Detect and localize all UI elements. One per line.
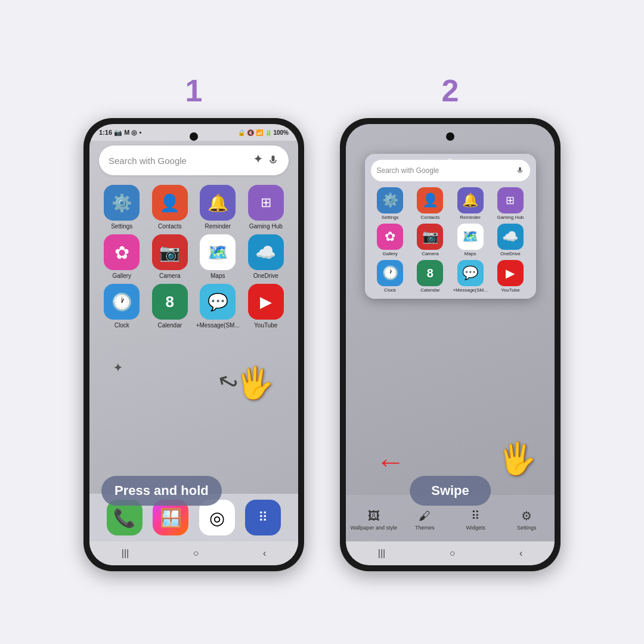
p2-app-onedrive[interactable]: ☁️ OneDrive bbox=[491, 224, 530, 256]
press-hold-label: Press and hold bbox=[101, 476, 222, 506]
phone-2-mic-icon bbox=[516, 166, 524, 175]
p2-app-gallery[interactable]: ✿ Gallery bbox=[371, 224, 410, 256]
p2-contacts-label: Contacts bbox=[421, 215, 440, 220]
p2-app-message[interactable]: 💬 +Message(SM... bbox=[451, 260, 490, 293]
menu-wallpaper[interactable]: 🖼 Wallpaper and style bbox=[348, 509, 400, 531]
hand-cursor-1: 🖐️ bbox=[236, 365, 274, 401]
phone-2-inner-card: Search with Google ⚙️ Settings 👤 Contact… bbox=[365, 154, 536, 299]
p2-app-camera[interactable]: 📷 Camera bbox=[411, 224, 450, 256]
p2-nav-back[interactable]: ‹ bbox=[519, 548, 522, 559]
youtube-icon: ▶ bbox=[248, 284, 284, 320]
swipe-arrow: ← bbox=[376, 444, 405, 479]
clock-label: Clock bbox=[114, 322, 129, 329]
app-onedrive[interactable]: ☁️ OneDrive bbox=[243, 234, 289, 279]
app-settings[interactable]: ⚙️ Settings bbox=[99, 185, 145, 230]
phone-2-app-grid: ⚙️ Settings 👤 Contacts 🔔 Reminder ⊞ Gami… bbox=[371, 187, 530, 293]
phone-1: 1:16 📷 M ◎ • 🔒 🔇 📶 🔋 100% ✦ ✦ Search wit… bbox=[83, 118, 304, 571]
nav-recents[interactable]: ||| bbox=[122, 548, 129, 559]
calendar-label: Calendar bbox=[157, 322, 182, 329]
step-1-container: 1 1:16 📷 M ◎ • 🔒 🔇 📶 🔋 100% ✦ ✦ Search w… bbox=[83, 73, 304, 571]
wallpaper-icon: 🖼 bbox=[368, 509, 380, 523]
p2-gaming-label: Gaming Hub bbox=[497, 215, 524, 220]
phone-1-app-grid: ⚙️ Settings 👤 Contacts 🔔 Reminder ⊞ Gami… bbox=[99, 185, 289, 329]
p2-youtube-icon: ▶ bbox=[497, 260, 524, 286]
p2-youtube-label: YouTube bbox=[501, 287, 519, 293]
menu-widgets[interactable]: ⠿ Widgets bbox=[450, 509, 501, 531]
trash-icon[interactable]: 🗑 bbox=[444, 157, 456, 171]
p2-nav-recents[interactable]: ||| bbox=[378, 548, 385, 559]
phone-1-nav-bar: ||| ○ ‹ bbox=[89, 541, 298, 565]
camera-label: Camera bbox=[159, 273, 181, 279]
message-label: +Message(SM... bbox=[196, 322, 240, 329]
app-message[interactable]: 💬 +Message(SM... bbox=[195, 284, 241, 329]
app-clock[interactable]: 🕐 Clock bbox=[99, 284, 145, 329]
nav-home[interactable]: ○ bbox=[193, 548, 199, 559]
app-maps[interactable]: 🗺️ Maps bbox=[195, 234, 241, 279]
status-time: 1:16 📷 M ◎ • bbox=[99, 129, 141, 137]
menu-settings-icon: ⚙ bbox=[521, 509, 532, 523]
settings-label: Settings bbox=[111, 223, 132, 230]
settings-icon: ⚙️ bbox=[104, 185, 140, 221]
p2-contacts-icon: 👤 bbox=[417, 187, 443, 213]
phone-2-nav-bar: ||| ○ ‹ bbox=[346, 541, 555, 565]
step-1-number: 1 bbox=[185, 73, 203, 109]
menu-settings[interactable]: ⚙ Settings bbox=[501, 509, 553, 531]
p2-reminder-label: Reminder bbox=[460, 215, 481, 220]
app-gallery[interactable]: ✿ Gallery bbox=[99, 234, 145, 279]
hand-cursor-2: 🖐️ bbox=[498, 441, 537, 477]
camera-icon: 📷 bbox=[152, 234, 188, 270]
message-icon: 💬 bbox=[200, 284, 236, 320]
p2-message-icon: 💬 bbox=[457, 260, 484, 286]
swipe-label: Swipe bbox=[410, 476, 491, 506]
themes-label: Themes bbox=[415, 525, 435, 531]
p2-camera-label: Camera bbox=[422, 251, 438, 256]
contacts-icon: 👤 bbox=[152, 185, 188, 221]
gaming-hub-label: Gaming Hub bbox=[249, 223, 283, 230]
contacts-label: Contacts bbox=[158, 223, 181, 230]
menu-settings-label: Settings bbox=[517, 525, 537, 531]
p2-app-reminder[interactable]: 🔔 Reminder bbox=[451, 187, 490, 220]
search-bar-text: Search with Google bbox=[109, 156, 267, 166]
p2-reminder-icon: 🔔 bbox=[457, 187, 484, 213]
menu-themes[interactable]: 🖌 Themes bbox=[400, 509, 451, 531]
p2-camera-icon: 📷 bbox=[417, 224, 443, 250]
phone-1-camera bbox=[190, 132, 198, 141]
phone-2-camera bbox=[446, 132, 454, 141]
p2-calendar-icon: 8 bbox=[417, 260, 443, 286]
widgets-icon: ⠿ bbox=[471, 509, 480, 523]
p2-app-maps[interactable]: 🗺️ Maps bbox=[451, 224, 490, 256]
themes-icon: 🖌 bbox=[419, 509, 431, 523]
p2-maps-icon: 🗺️ bbox=[457, 224, 484, 250]
youtube-label: YouTube bbox=[254, 322, 277, 329]
onedrive-icon: ☁️ bbox=[248, 234, 284, 270]
onedrive-label: OneDrive bbox=[253, 273, 278, 279]
app-contacts[interactable]: 👤 Contacts bbox=[147, 185, 193, 230]
mic-icon bbox=[267, 154, 279, 166]
app-youtube[interactable]: ▶ YouTube bbox=[243, 284, 289, 329]
p2-message-label: +Message(SM... bbox=[453, 287, 487, 293]
phone-2: ⌂ 🗑 Search with Google ⚙️ Settings bbox=[340, 118, 561, 571]
p2-settings-label: Settings bbox=[382, 215, 399, 220]
reminder-icon: 🔔 bbox=[200, 185, 236, 221]
wallpaper-label: Wallpaper and style bbox=[350, 525, 397, 531]
p2-app-settings[interactable]: ⚙️ Settings bbox=[371, 187, 410, 220]
dock-apps[interactable]: ⠿ bbox=[245, 500, 281, 535]
p2-app-contacts[interactable]: 👤 Contacts bbox=[411, 187, 450, 220]
app-gaming-hub[interactable]: ⊞ Gaming Hub bbox=[243, 185, 289, 230]
p2-gaming-icon: ⊞ bbox=[497, 187, 524, 213]
calendar-icon: 8 bbox=[152, 284, 188, 320]
phone-1-home-screen: ✦ ✦ Search with Google ⚙️ Settings bbox=[89, 141, 298, 494]
p2-app-youtube[interactable]: ▶ YouTube bbox=[491, 260, 530, 293]
gallery-label: Gallery bbox=[112, 273, 131, 279]
p2-settings-icon: ⚙️ bbox=[377, 187, 403, 213]
nav-back[interactable]: ‹ bbox=[263, 548, 266, 559]
app-camera[interactable]: 📷 Camera bbox=[147, 234, 193, 279]
p2-app-calendar[interactable]: 8 Calendar bbox=[411, 260, 450, 293]
gaming-hub-icon: ⊞ bbox=[248, 185, 284, 221]
app-reminder[interactable]: 🔔 Reminder bbox=[195, 185, 241, 230]
widgets-label: Widgets bbox=[466, 525, 485, 531]
p2-app-gaming[interactable]: ⊞ Gaming Hub bbox=[491, 187, 530, 220]
app-calendar[interactable]: 8 Calendar bbox=[147, 284, 193, 329]
p2-nav-home[interactable]: ○ bbox=[450, 548, 456, 559]
p2-app-clock[interactable]: 🕐 Clock bbox=[371, 260, 410, 293]
